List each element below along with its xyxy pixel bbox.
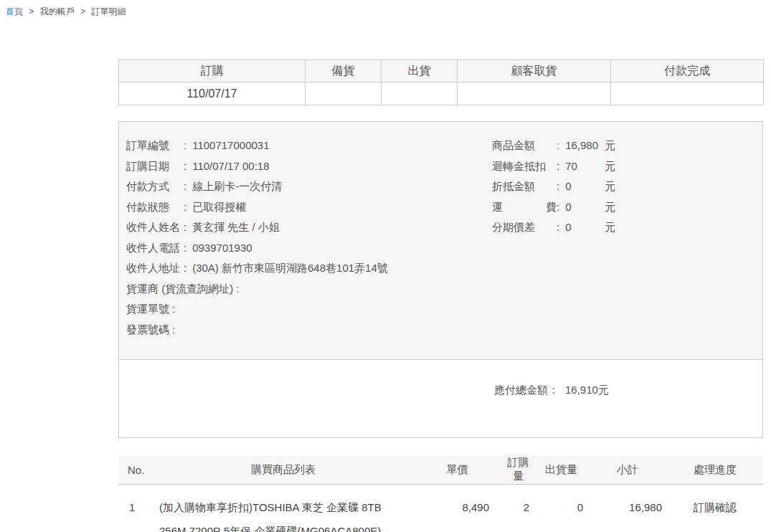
installment-difference-label: 分期價差 xyxy=(492,217,557,238)
goods-amount-label: 商品金額 xyxy=(492,136,557,156)
status-value-row: 110/07/17 xyxy=(119,82,764,105)
colon: : xyxy=(557,160,559,172)
colon: : xyxy=(172,303,175,315)
status-header-paid: 付款完成 xyxy=(611,60,764,82)
discount-amount-label: 折抵金額 xyxy=(492,176,557,197)
colon: : xyxy=(184,242,186,254)
products-header-subtotal: 小計 xyxy=(588,455,667,485)
total-amount-label: 應付總金額： xyxy=(494,384,559,396)
breadcrumb-separator: > xyxy=(80,6,85,16)
order-info-left-column: 訂單編號:1100717000031 訂購日期:110/07/17 00:18 … xyxy=(126,136,492,340)
breadcrumb-separator: > xyxy=(29,6,34,16)
breadcrumb-link-account[interactable]: 我的帳戶 xyxy=(40,6,75,16)
products-header-ship-qty: 出貨量 xyxy=(534,455,588,485)
colon: : xyxy=(172,323,175,336)
breadcrumb: 首頁 > 我的帳戶 > 訂單明細 xyxy=(0,0,771,18)
colon: : xyxy=(184,139,186,151)
carrier-label: 貨運商 (貨流查詢網址) xyxy=(126,279,233,300)
colon: : xyxy=(184,262,186,274)
colon: : xyxy=(184,201,186,213)
colon: : xyxy=(184,221,186,233)
goods-amount-value: 16,980 xyxy=(565,136,605,156)
status-header-ordered: 訂購 xyxy=(119,60,306,82)
total-amount-section: 應付總金額：16,910元 xyxy=(119,360,762,437)
status-header-row: 訂購 備貨 出貨 顧客取貨 付款完成 xyxy=(119,60,764,82)
payment-method-row: 付款方式:線上刷卡-一次付清 xyxy=(126,176,492,197)
status-header-pickup: 顧客取貨 xyxy=(458,60,611,82)
colon: : xyxy=(184,180,186,192)
shipping-fee-value: 0 xyxy=(565,197,605,218)
product-ship-qty: 0 xyxy=(534,485,588,532)
product-name: (加入購物車享折扣)TOSHIBA 東芝 企業碟 8TB 256M 7200R … xyxy=(154,485,412,532)
payment-method-label: 付款方式 xyxy=(126,176,184,197)
discount-amount-row: 折抵金額:0元 xyxy=(492,176,762,197)
order-date-label: 訂購日期 xyxy=(126,156,184,177)
order-info-main: 訂單編號:1100717000031 訂購日期:110/07/17 00:18 … xyxy=(119,122,762,360)
carrier-row: 貨運商 (貨流查詢網址): xyxy=(126,279,492,300)
breadcrumb-current: 訂單明細 xyxy=(91,6,126,16)
order-number-row: 訂單編號:1100717000031 xyxy=(126,136,492,156)
currency-unit: 元 xyxy=(605,221,615,233)
total-amount-value: 16,910元 xyxy=(565,384,609,396)
product-order-qty: 2 xyxy=(502,485,534,532)
products-table: No. 購買商品列表 單價 訂購量 出貨量 小計 處理進度 1 (加入購物車享折… xyxy=(118,455,763,532)
product-no: 1 xyxy=(118,485,154,532)
products-header-row: No. 購買商品列表 單價 訂購量 出貨量 小計 處理進度 xyxy=(118,455,763,485)
currency-unit: 元 xyxy=(605,139,615,151)
products-header-no: No. xyxy=(118,455,154,485)
product-unit-price: 8,490 xyxy=(412,485,502,532)
recipient-phone-value: 0939701930 xyxy=(192,242,252,254)
order-date-row: 訂購日期:110/07/17 00:18 xyxy=(126,156,492,177)
order-status-table: 訂購 備貨 出貨 顧客取貨 付款完成 110/07/17 xyxy=(118,60,764,105)
currency-unit: 元 xyxy=(605,180,615,192)
order-number-label: 訂單編號 xyxy=(126,136,184,156)
status-value-shipped xyxy=(382,82,458,105)
status-value-ordered-date: 110/07/17 xyxy=(119,82,306,105)
recipient-name-label: 收件人姓名 xyxy=(126,217,184,238)
products-header-unit-price: 單價 xyxy=(412,455,502,485)
shipping-number-row: 貨運單號: xyxy=(126,299,492,320)
recipient-name-value: 黃玄揮 先生 / 小姐 xyxy=(192,221,280,233)
recipient-phone-label: 收件人電話 xyxy=(126,238,184,259)
colon: : xyxy=(557,139,559,151)
status-value-pickup xyxy=(458,82,611,105)
product-row: 1 (加入購物車享折扣)TOSHIBA 東芝 企業碟 8TB 256M 7200… xyxy=(118,485,763,532)
payment-status-value: 已取得授權 xyxy=(192,201,246,213)
colon: : xyxy=(236,282,239,295)
invoice-number-label: 發票號碼 xyxy=(126,320,169,341)
payment-status-label: 付款狀態 xyxy=(126,197,184,218)
rebate-deduction-label: 迴轉金抵扣 xyxy=(492,156,557,177)
shipping-fee-row: 運 費:0元 xyxy=(492,197,762,218)
colon: : xyxy=(557,201,559,213)
recipient-address-label: 收件人地址 xyxy=(126,258,184,279)
order-number-value: 1100717000031 xyxy=(192,139,269,151)
installment-difference-value: 0 xyxy=(565,217,605,238)
recipient-address-value: (30A) 新竹市東區明湖路648巷101弄14號 xyxy=(192,262,388,274)
colon: : xyxy=(557,221,559,233)
status-header-shipped: 出貨 xyxy=(382,60,458,82)
shipping-fee-label: 運 費 xyxy=(492,197,557,218)
breadcrumb-link-home[interactable]: 首頁 xyxy=(6,6,23,16)
colon: : xyxy=(557,180,559,192)
rebate-deduction-value: 70 xyxy=(565,156,605,177)
status-value-paid xyxy=(611,82,764,105)
goods-amount-row: 商品金額:16,980元 xyxy=(492,136,762,156)
currency-unit: 元 xyxy=(605,160,615,172)
shipping-number-label: 貨運單號 xyxy=(126,299,169,320)
payment-method-value: 線上刷卡-一次付清 xyxy=(192,180,282,192)
product-progress-status: 訂購確認 xyxy=(667,485,763,532)
recipient-address-row: 收件人地址:(30A) 新竹市東區明湖路648巷101弄14號 xyxy=(126,258,492,279)
order-info-panel: 訂單編號:1100717000031 訂購日期:110/07/17 00:18 … xyxy=(118,121,763,438)
currency-unit: 元 xyxy=(605,201,615,213)
products-header-order-qty: 訂購量 xyxy=(502,455,534,485)
discount-amount-value: 0 xyxy=(565,176,605,197)
colon: : xyxy=(184,160,186,172)
invoice-number-row: 發票號碼: xyxy=(126,320,492,341)
recipient-name-row: 收件人姓名:黃玄揮 先生 / 小姐 xyxy=(126,217,492,238)
order-date-value: 110/07/17 00:18 xyxy=(192,160,269,172)
recipient-phone-row: 收件人電話:0939701930 xyxy=(126,238,492,259)
rebate-deduction-row: 迴轉金抵扣:70元 xyxy=(492,156,762,177)
order-info-right-column: 商品金額:16,980元 迴轉金抵扣:70元 折抵金額:0元 運 費:0元 分期… xyxy=(492,136,762,340)
payment-status-row: 付款狀態:已取得授權 xyxy=(126,197,492,218)
product-subtotal: 16,980 xyxy=(588,485,667,532)
